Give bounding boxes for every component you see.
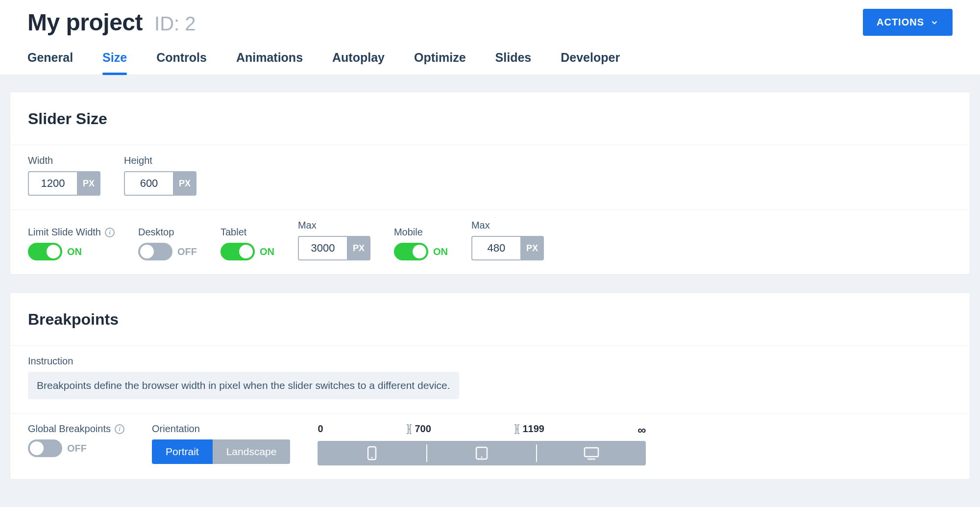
tablet-label: Tablet — [220, 227, 274, 238]
tablet-max-unit: PX — [347, 236, 370, 260]
instruction-label: Instruction — [28, 356, 952, 367]
panel-title-breakpoints: Breakpoints — [28, 310, 952, 329]
tab-animations[interactable]: Animations — [236, 51, 303, 75]
tab-optimize[interactable]: Optimize — [414, 51, 466, 75]
page-title: My project — [27, 9, 143, 36]
tablet-max-input[interactable] — [298, 236, 347, 260]
height-label: Height — [124, 155, 196, 166]
project-id: ID: 2 — [154, 13, 196, 35]
instruction-text: Breakpoints define the browser width in … — [28, 372, 459, 399]
desktop-toggle[interactable] — [138, 243, 172, 260]
breakpoint-1-label[interactable]: 700 — [406, 423, 431, 435]
breakpoint-2-label[interactable]: 1199 — [514, 423, 544, 435]
svg-point-3 — [481, 457, 483, 458]
mobile-max-label: Max — [471, 220, 544, 231]
tablet-toggle[interactable] — [220, 243, 255, 260]
tablet-icon — [474, 446, 489, 461]
mobile-max-input[interactable] — [471, 236, 520, 260]
panel-title-slider-size: Slider Size — [28, 110, 952, 128]
tab-size[interactable]: Size — [102, 51, 127, 75]
height-unit: PX — [173, 171, 196, 196]
orientation-segmented: Portrait Landscape — [152, 439, 290, 464]
height-input[interactable] — [124, 171, 173, 196]
panel-slider-size: Slider Size Width PX Height PX — [10, 92, 970, 275]
text-cursor-icon — [514, 424, 520, 435]
tablet-state: ON — [260, 246, 274, 257]
limit-slide-width-toggle[interactable] — [28, 243, 62, 260]
tablet-max-label: Max — [298, 220, 370, 231]
svg-rect-4 — [585, 448, 598, 457]
tabs: General Size Controls Animations Autopla… — [0, 41, 980, 75]
desktop-label: Desktop — [138, 227, 197, 238]
global-breakpoints-toggle[interactable] — [28, 439, 62, 457]
info-icon[interactable]: i — [105, 228, 115, 237]
breakpoint-start-label: 0 — [318, 423, 323, 435]
desktop-icon — [583, 446, 600, 460]
mobile-max-unit: PX — [520, 236, 544, 260]
width-unit: PX — [77, 171, 100, 196]
header: My project ID: 2 ACTIONS — [0, 0, 980, 41]
actions-button[interactable]: ACTIONS — [863, 9, 953, 36]
orientation-label: Orientation — [152, 423, 290, 435]
text-cursor-icon — [406, 424, 413, 435]
mobile-state: ON — [433, 246, 448, 257]
mobile-label: Mobile — [394, 227, 448, 238]
global-breakpoints-label: Global Breakpoints i — [28, 423, 124, 435]
desktop-state: OFF — [177, 246, 197, 257]
orientation-portrait[interactable]: Portrait — [152, 439, 213, 464]
global-breakpoints-state: OFF — [67, 443, 87, 454]
svg-point-1 — [371, 457, 373, 459]
mobile-icon — [367, 446, 377, 461]
limit-slide-width-state: ON — [67, 246, 82, 257]
tab-slides[interactable]: Slides — [495, 51, 532, 75]
chevron-down-icon — [930, 18, 939, 27]
breakpoints-slider: 0 700 1199 ∞ — [318, 423, 646, 465]
tab-autoplay[interactable]: Autoplay — [332, 51, 385, 75]
tab-general[interactable]: General — [27, 51, 73, 75]
breakpoint-end-label: ∞ — [637, 423, 646, 437]
tab-controls[interactable]: Controls — [156, 51, 207, 75]
width-label: Width — [28, 155, 100, 166]
panel-breakpoints: Breakpoints Instruction Breakpoints defi… — [10, 292, 970, 480]
orientation-landscape[interactable]: Landscape — [213, 439, 291, 464]
width-input[interactable] — [28, 171, 77, 196]
tab-developer[interactable]: Developer — [561, 51, 620, 75]
actions-button-label: ACTIONS — [877, 17, 924, 28]
limit-slide-width-label: Limit Slide Width i — [28, 227, 115, 238]
info-icon[interactable]: i — [115, 424, 124, 434]
mobile-toggle[interactable] — [394, 243, 428, 260]
